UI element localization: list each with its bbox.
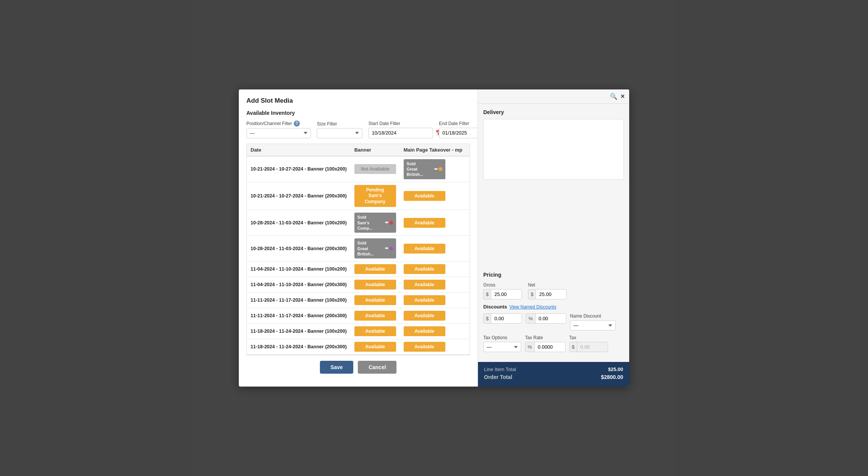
main-page-cell-available-btn[interactable]: Available [404,264,445,274]
right-panel-actions: 🔍 × [610,92,625,100]
end-date-input[interactable] [442,130,478,136]
tax-wrap: $ [569,342,608,352]
delivery-title: Delivery [483,109,624,115]
table-row: 11-04-2024 - 11-10-2024 - Banner (100x20… [247,261,470,277]
modal-footer: Save Cancel [246,355,470,379]
pricing-section: Pricing Gross $ Net [478,266,629,362]
col-main-page: Main Page Takeover - mp [400,144,466,156]
main-page-cell-available-btn[interactable]: Available [404,342,445,352]
banner-cell-available-btn[interactable]: Available [354,264,396,274]
gross-symbol: $ [484,290,491,299]
start-date-label: Start Date Filter [368,121,433,126]
table-row: 10-28-2024 - 11-03-2024 - Banner (200x30… [247,236,470,261]
overlay-cell: Available [466,324,470,339]
tax-options-label: Tax Options [483,335,521,340]
start-date-filter-group: Start Date Filter 📅 [368,121,433,138]
banner-cell-available-btn[interactable]: Available [354,280,396,290]
discount-pct-wrap: % [526,313,566,324]
name-discount-select[interactable]: — [570,320,616,330]
status-dot [389,247,393,251]
discounts-row: Discounts View Named Discounts [483,304,624,310]
line-item-total-label: Line Item Total [484,366,516,372]
modal-body: Add Slot Media Available Inventory Posit… [239,89,629,387]
gross-label: Gross [483,282,522,288]
main-page-cell: Available [400,293,466,308]
banner-cell: Available [351,293,400,308]
main-page-cell-available-btn[interactable]: Available [404,326,445,336]
discount-dollar-input[interactable] [491,314,522,323]
tax-row: Tax Options — Tax Rate % [483,335,624,352]
table-row: 11-18-2024 - 11-24-2024 - Banner (100x20… [247,324,470,339]
overlay-cell: Not Available [466,339,470,355]
net-field: Net $ [528,282,567,299]
zoom-icon[interactable]: 🔍 [610,93,617,100]
overlay-cell: Not Available [466,156,470,182]
name-discount-label: Name Discount [570,313,616,319]
gross-input-wrap: $ [483,289,522,299]
table-row: 11-11-2024 - 11-17-2024 - Banner (100x20… [247,293,470,308]
date-cell: 11-04-2024 - 11-10-2024 - Banner (100x20… [247,261,351,277]
banner-cell-available-btn[interactable]: Available [354,311,396,321]
net-input-wrap: $ [528,289,567,299]
main-page-cell: Available [400,210,466,236]
size-filter-select[interactable] [317,128,362,138]
table-header-row: Date Banner Main Page Takeover - mp Over… [247,144,470,156]
view-named-discounts-link[interactable]: View Named Discounts [509,304,556,310]
col-overlay: Overlay - testing aliases [466,144,470,156]
date-cell: 10-28-2024 - 11-03-2024 - Banner (100x20… [247,210,351,236]
start-date-input[interactable] [372,130,436,136]
gross-field: Gross $ [483,282,522,299]
pencil-icon[interactable]: ✏ [385,246,389,251]
main-page-cell-available-btn[interactable]: Available [404,218,445,228]
inventory-section-title: Available Inventory [246,110,470,116]
delivery-section: Delivery [478,104,629,266]
date-cell: 11-18-2024 - 11-24-2024 - Banner (200x30… [247,339,351,355]
overlay-cell: Not Available [466,308,470,324]
save-button[interactable]: Save [320,361,354,374]
banner-cell-not-available-btn: Not Available [354,164,396,174]
main-page-cell: Available [400,182,466,210]
overlay-cell: Available [466,261,470,277]
main-page-cell-available-btn[interactable]: Available [404,191,445,201]
position-help-icon[interactable]: ? [294,121,300,127]
cancel-button[interactable]: Cancel [358,361,396,374]
banner-cell-available-btn[interactable]: Available [354,342,396,352]
main-page-cell-available-btn[interactable]: Available [404,295,445,305]
tax-input [577,342,608,352]
banner-cell: Available [351,339,400,355]
tax-rate-pct-symbol: % [525,342,535,352]
main-page-cell-available-btn[interactable]: Available [404,311,445,321]
table-row: 11-11-2024 - 11-17-2024 - Banner (200x30… [247,308,470,324]
start-date-input-wrap: 📅 [368,128,433,138]
discount-pct-input[interactable] [536,314,566,323]
status-dot [389,221,393,225]
net-input[interactable] [536,290,566,299]
position-filter-select[interactable]: — [246,128,311,138]
main-page-cell-available-btn[interactable]: Available [404,244,445,254]
tax-options-select[interactable]: — [483,342,521,352]
main-page-cell: Available [400,277,466,293]
banner-cell-available-btn[interactable]: Available [354,295,396,305]
date-cell: 11-18-2024 - 11-24-2024 - Banner (100x20… [247,324,351,339]
table-row: 10-21-2024 - 10-27-2024 - Banner (200x30… [247,182,470,210]
date-cell: 10-21-2024 - 10-27-2024 - Banner (200x30… [247,182,351,210]
overlay-cell: Not Available [466,182,470,210]
size-filter-label: Size Filter [317,121,362,127]
discount-fields: $ % Name Discount [483,313,624,330]
close-icon[interactable]: × [620,92,625,100]
pencil-icon[interactable]: ✏ [434,167,438,172]
banner-cell-available-btn[interactable]: Available [354,326,396,336]
pencil-icon[interactable]: ✏ [385,220,389,225]
table-row: 10-21-2024 - 10-27-2024 - Banner (100x20… [247,156,470,182]
name-discount-field: Name Discount — [570,313,616,330]
tax-options-field: Tax Options — [483,335,521,352]
banner-cell: Available [351,308,400,324]
order-total-row: Order Total $2800.00 [484,374,623,380]
main-page-cell: Available [400,261,466,277]
main-page-cell: SoldGreat British...✏ [400,156,466,182]
end-date-input-wrap: 📅 [439,128,478,138]
main-page-cell-available-btn[interactable]: Available [404,280,445,290]
tax-symbol: $ [570,342,577,352]
tax-rate-input[interactable] [535,342,565,352]
gross-input[interactable] [491,290,522,299]
